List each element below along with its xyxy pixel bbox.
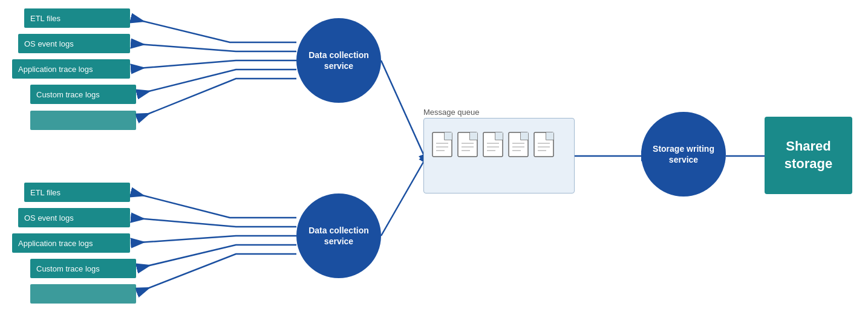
data-collection-top-circle: Data collection service [296, 18, 381, 103]
data-collection-bot-circle: Data collection service [296, 193, 381, 278]
svg-marker-12 [470, 132, 477, 140]
queue-documents-icon [431, 128, 570, 185]
message-queue-box [423, 118, 575, 193]
svg-line-3 [381, 162, 423, 236]
bot-blank-box [30, 284, 136, 304]
top-etl-box: ETL files [24, 8, 130, 28]
svg-line-2 [381, 60, 423, 154]
svg-marker-17 [495, 132, 503, 140]
top-os-box: OS event logs [18, 34, 130, 53]
shared-storage-box: Shared storage [765, 117, 852, 194]
top-custom-box: Custom trace logs [30, 85, 136, 104]
bot-os-box: OS event logs [18, 208, 130, 227]
message-queue-label: Message queue [423, 108, 480, 117]
architecture-diagram: ETL files OS event logs Application trac… [0, 0, 868, 312]
top-blank-box [30, 111, 136, 130]
svg-marker-27 [546, 132, 553, 140]
top-app-box: Application trace logs [12, 59, 130, 79]
bot-app-box: Application trace logs [12, 233, 130, 253]
svg-marker-22 [521, 132, 528, 140]
storage-writing-circle: Storage writing service [641, 112, 726, 197]
svg-marker-7 [445, 132, 452, 140]
bot-custom-box: Custom trace logs [30, 259, 136, 278]
bot-etl-box: ETL files [24, 183, 130, 202]
